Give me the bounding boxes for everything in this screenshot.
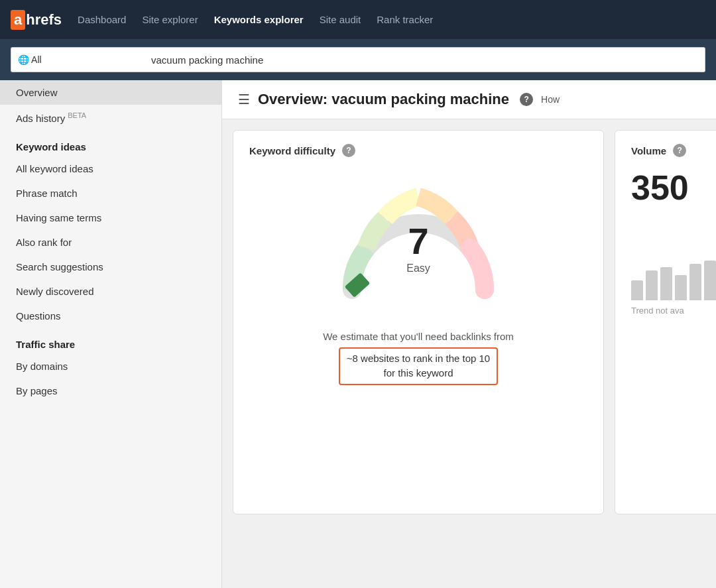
kd-help-icon[interactable]: ? xyxy=(342,144,355,157)
sidebar-item-phrase-match[interactable]: Phrase match xyxy=(0,181,221,206)
how-text: How xyxy=(541,94,560,105)
content-area: ☰ Overview: vacuum packing machine ? How… xyxy=(222,80,716,588)
nav-dashboard[interactable]: Dashboard xyxy=(78,11,126,28)
search-input[interactable] xyxy=(143,47,705,72)
sidebar-item-overview[interactable]: Overview xyxy=(0,80,221,105)
sidebar-section-keyword-ideas: Keyword ideas xyxy=(0,131,221,156)
trend-bar xyxy=(660,267,672,300)
gauge-number: 7 xyxy=(406,223,430,260)
volume-help-icon[interactable]: ? xyxy=(673,144,686,157)
trend-not-available: Trend not ava xyxy=(631,306,716,316)
nav-site-explorer[interactable]: Site explorer xyxy=(142,11,198,28)
estimate-text: We estimate that you'll need backlinks f… xyxy=(249,329,587,385)
sidebar-item-ads-history[interactable]: Ads historyBETA xyxy=(0,105,221,131)
search-bar: 🌐 All xyxy=(0,39,716,80)
sidebar-item-by-domains[interactable]: By domains xyxy=(0,354,221,379)
sidebar-item-having-same-terms[interactable]: Having same terms xyxy=(0,206,221,230)
logo-a: a xyxy=(11,10,25,30)
sidebar-item-also-rank-for[interactable]: Also rank for xyxy=(0,230,221,255)
volume-number: 350 xyxy=(631,168,716,207)
trend-bar xyxy=(646,270,658,300)
sidebar-item-by-pages[interactable]: By pages xyxy=(0,379,221,403)
trend-bar xyxy=(689,264,701,300)
gauge-difficulty-label: Easy xyxy=(406,263,430,274)
kd-card: Keyword difficulty ? xyxy=(233,130,604,514)
main-layout: Overview Ads historyBETA Keyword ideas A… xyxy=(0,80,716,588)
sidebar-item-questions[interactable]: Questions xyxy=(0,304,221,328)
page-title: Overview: vacuum packing machine xyxy=(258,91,509,108)
sidebar-item-newly-discovered[interactable]: Newly discovered xyxy=(0,279,221,304)
sidebar-section-traffic-share: Traffic share xyxy=(0,328,221,354)
logo-text: hrefs xyxy=(26,11,62,29)
sidebar-item-all-keyword-ideas[interactable]: All keyword ideas xyxy=(0,156,221,181)
cards-row: Keyword difficulty ? xyxy=(222,119,716,525)
trend-bar xyxy=(631,280,643,300)
estimate-highlight: ~8 websites to rank in the top 10for thi… xyxy=(339,347,498,385)
trend-area xyxy=(631,247,716,300)
search-flag[interactable]: 🌐 All xyxy=(11,47,143,72)
nav-keywords-explorer[interactable]: Keywords explorer xyxy=(214,11,304,28)
help-icon[interactable]: ? xyxy=(520,93,533,106)
nav-site-audit[interactable]: Site audit xyxy=(320,11,361,28)
page-title-bar: ☰ Overview: vacuum packing machine ? How xyxy=(222,80,716,119)
gauge-center: 7 Easy xyxy=(406,223,430,274)
gauge-container: 7 Easy xyxy=(249,170,587,316)
volume-card: Volume ? 350 Trend not ava xyxy=(615,130,716,514)
sidebar: Overview Ads historyBETA Keyword ideas A… xyxy=(0,80,222,588)
top-nav: a hrefs Dashboard Site explorer Keywords… xyxy=(0,0,716,39)
kd-card-label: Keyword difficulty ? xyxy=(249,144,587,157)
volume-card-label: Volume ? xyxy=(631,144,716,157)
logo[interactable]: a hrefs xyxy=(11,10,62,30)
hamburger-icon[interactable]: ☰ xyxy=(238,91,250,107)
trend-bar xyxy=(704,261,716,300)
sidebar-item-search-suggestions[interactable]: Search suggestions xyxy=(0,255,221,279)
trend-bar xyxy=(675,275,687,300)
nav-rank-tracker[interactable]: Rank tracker xyxy=(377,11,433,28)
